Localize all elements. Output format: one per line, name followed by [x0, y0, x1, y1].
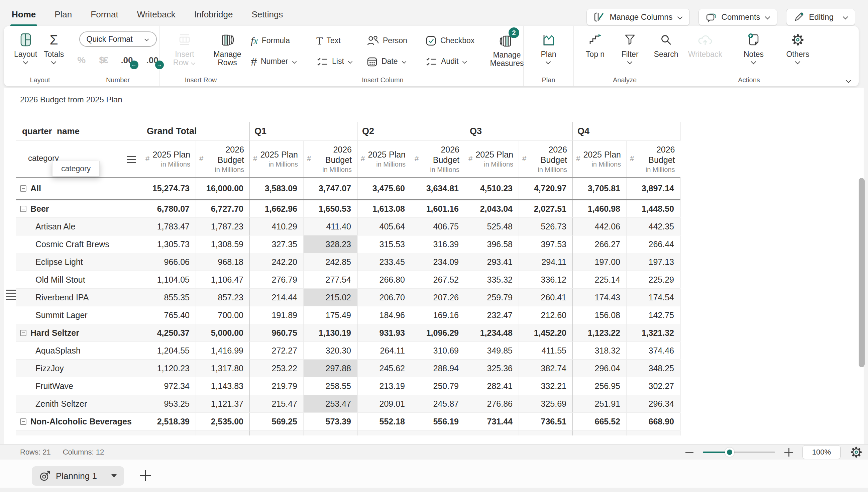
value-cell[interactable]: 197.00: [573, 253, 627, 271]
value-cell[interactable]: 335.32: [465, 271, 519, 289]
value-cell[interactable]: 209.01: [357, 395, 411, 413]
row-label-cell[interactable]: Zenith Seltzer: [16, 395, 142, 413]
value-cell[interactable]: 569.25: [250, 413, 304, 430]
value-cell[interactable]: 332.21: [519, 377, 573, 395]
value-cell[interactable]: 6,780.07: [142, 200, 196, 218]
settings-gear-icon[interactable]: [850, 446, 863, 459]
value-cell[interactable]: 960.75: [250, 324, 304, 342]
value-cell[interactable]: 765.40: [142, 306, 196, 324]
value-cell[interactable]: 264.11: [357, 342, 411, 360]
value-cell[interactable]: 277.54: [304, 271, 357, 289]
value-cell[interactable]: 665.52: [573, 413, 627, 430]
comments-button[interactable]: Comments: [698, 9, 777, 25]
value-cell[interactable]: 276.79: [250, 271, 304, 289]
collapse-icon[interactable]: [20, 206, 26, 212]
corner-quarter-name[interactable]: quarter_name: [16, 122, 142, 141]
value-cell[interactable]: 260.41: [519, 289, 573, 306]
value-cell[interactable]: 232.47: [465, 306, 519, 324]
row-drag-handle-icon[interactable]: [6, 290, 16, 300]
value-cell[interactable]: [627, 430, 681, 436]
value-cell[interactable]: 156.08: [573, 306, 627, 324]
row-label-cell[interactable]: FizzJoy: [16, 360, 142, 377]
corner-category[interactable]: category category: [16, 141, 142, 178]
measure-header-budget[interactable]: #2026 Budgetin Millions: [519, 141, 573, 178]
notes-button[interactable]: Notes: [738, 31, 770, 64]
value-cell[interactable]: 731.44: [465, 413, 519, 430]
value-cell[interactable]: 374.46: [627, 342, 681, 360]
value-cell[interactable]: 213.19: [357, 377, 411, 395]
insert-text-button[interactable]: T Text: [316, 31, 366, 51]
value-cell[interactable]: 1,416.99: [196, 342, 250, 360]
measure-header-budget[interactable]: #2026 Budgetin Millions: [627, 141, 681, 178]
value-cell[interactable]: 1,787.23: [196, 218, 250, 236]
column-group-header[interactable]: Q1: [250, 122, 357, 141]
value-cell[interactable]: [196, 430, 250, 436]
totals-button[interactable]: Σ Totals: [44, 31, 64, 64]
value-cell[interactable]: 245.62: [357, 360, 411, 377]
value-cell[interactable]: 296.04: [573, 360, 627, 377]
value-cell[interactable]: 5,000.00: [196, 324, 250, 342]
value-cell[interactable]: 293.41: [465, 253, 519, 271]
value-cell[interactable]: 197.13: [627, 253, 681, 271]
value-cell[interactable]: 442.35: [627, 218, 681, 236]
value-cell[interactable]: [357, 430, 411, 436]
currency-format-icon[interactable]: $€: [99, 55, 107, 65]
value-cell[interactable]: 1,204.55: [142, 342, 196, 360]
value-cell[interactable]: 931.93: [357, 324, 411, 342]
value-cell[interactable]: 525.48: [465, 218, 519, 236]
value-cell[interactable]: 184.96: [357, 306, 411, 324]
value-cell[interactable]: 556.19: [411, 413, 465, 430]
value-cell[interactable]: 258.55: [304, 377, 357, 395]
percent-format-icon[interactable]: %: [77, 55, 85, 65]
row-label-cell[interactable]: Hard Seltzer: [16, 324, 142, 342]
row-label-cell[interactable]: Beer: [16, 200, 142, 218]
value-cell[interactable]: 2,535.00: [196, 413, 250, 430]
value-cell[interactable]: 405.64: [357, 218, 411, 236]
value-cell[interactable]: 1,321.32: [627, 324, 681, 342]
zoom-in-button[interactable]: [785, 448, 793, 457]
value-cell[interactable]: 4,510.23: [465, 178, 519, 200]
manage-rows-button[interactable]: Manage Rows: [210, 31, 245, 67]
menu-format[interactable]: Format: [90, 7, 119, 22]
measure-header-plan[interactable]: #2025 Planin Millions: [142, 141, 196, 178]
value-cell[interactable]: [142, 430, 196, 436]
value-cell[interactable]: 327.35: [250, 236, 304, 253]
column-group-header[interactable]: Q4: [573, 122, 681, 141]
value-cell[interactable]: 256.95: [573, 377, 627, 395]
value-cell[interactable]: 349.85: [465, 342, 519, 360]
others-button[interactable]: Others: [781, 31, 815, 64]
value-cell[interactable]: 191.89: [250, 306, 304, 324]
value-cell[interactable]: 215.47: [250, 395, 304, 413]
menu-infobridge[interactable]: Infobridge: [194, 7, 234, 22]
value-cell[interactable]: 1,121.37: [196, 395, 250, 413]
filter-button[interactable]: Filter: [616, 31, 644, 64]
menu-settings[interactable]: Settings: [251, 7, 284, 22]
writeback-button[interactable]: Writeback: [684, 31, 726, 58]
value-cell[interactable]: 700.00: [196, 306, 250, 324]
value-cell[interactable]: 1,123.22: [573, 324, 627, 342]
value-cell[interactable]: 406.75: [411, 218, 465, 236]
value-cell[interactable]: 214.44: [250, 289, 304, 306]
zoom-out-button[interactable]: [685, 452, 693, 453]
value-cell[interactable]: 2,043.04: [465, 200, 519, 218]
value-cell[interactable]: 573.39: [304, 413, 357, 430]
value-cell[interactable]: 1,120.23: [142, 360, 196, 377]
value-cell[interactable]: 233.45: [357, 253, 411, 271]
value-cell[interactable]: 325.36: [465, 360, 519, 377]
value-cell[interactable]: 175.49: [304, 306, 357, 324]
value-cell[interactable]: [411, 430, 465, 436]
value-cell[interactable]: 1,613.08: [357, 200, 411, 218]
layout-button[interactable]: Layout: [14, 31, 37, 64]
value-cell[interactable]: 174.54: [627, 289, 681, 306]
value-cell[interactable]: 296.34: [627, 395, 681, 413]
value-cell[interactable]: 207.26: [411, 289, 465, 306]
value-cell[interactable]: 857.23: [196, 289, 250, 306]
column-group-header[interactable]: Q2: [357, 122, 465, 141]
value-cell[interactable]: 259.79: [465, 289, 519, 306]
value-cell[interactable]: [465, 430, 519, 436]
value-cell[interactable]: 397.53: [519, 236, 573, 253]
zoom-level-value[interactable]: 100%: [802, 445, 841, 459]
value-cell[interactable]: 253.22: [250, 360, 304, 377]
value-cell[interactable]: 4,720.97: [519, 178, 573, 200]
field-menu-icon[interactable]: [127, 156, 136, 163]
